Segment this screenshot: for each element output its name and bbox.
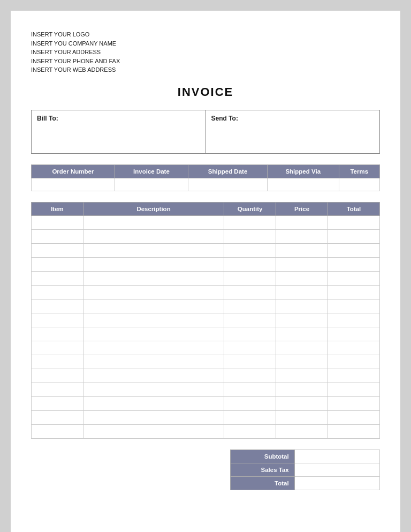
item-cell[interactable] xyxy=(32,396,83,410)
description-cell[interactable] xyxy=(83,396,224,410)
total-cell[interactable] xyxy=(328,243,380,257)
total-header: Total xyxy=(328,202,380,215)
total-row: Total xyxy=(231,476,380,490)
description-cell[interactable] xyxy=(83,383,224,396)
price-cell[interactable] xyxy=(276,243,328,257)
quantity-cell[interactable] xyxy=(224,229,276,243)
total-cell[interactable] xyxy=(328,229,380,243)
item-cell[interactable] xyxy=(32,410,83,424)
quantity-cell[interactable] xyxy=(224,327,276,341)
description-cell[interactable] xyxy=(83,369,224,383)
quantity-cell[interactable] xyxy=(224,215,276,229)
total-cell[interactable] xyxy=(328,271,380,285)
price-cell[interactable] xyxy=(276,229,328,243)
description-cell[interactable] xyxy=(83,285,224,299)
order-number-cell[interactable] xyxy=(32,178,115,191)
description-cell[interactable] xyxy=(83,271,224,285)
bill-to-box[interactable]: Bill To: xyxy=(32,110,206,153)
total-cell[interactable] xyxy=(328,215,380,229)
total-cell[interactable] xyxy=(328,396,380,410)
price-cell[interactable] xyxy=(276,299,328,313)
total-cell[interactable] xyxy=(328,383,380,396)
description-cell[interactable] xyxy=(83,327,224,341)
quantity-cell[interactable] xyxy=(224,257,276,271)
total-cell[interactable] xyxy=(328,355,380,369)
item-cell[interactable] xyxy=(32,285,83,299)
description-cell[interactable] xyxy=(83,313,224,327)
item-cell[interactable] xyxy=(32,313,83,327)
item-cell[interactable] xyxy=(32,369,83,383)
quantity-header: Quantity xyxy=(224,202,276,215)
send-to-box[interactable]: Send To: xyxy=(206,110,380,153)
item-cell[interactable] xyxy=(32,243,83,257)
quantity-cell[interactable] xyxy=(224,313,276,327)
quantity-cell[interactable] xyxy=(224,383,276,396)
item-cell[interactable] xyxy=(32,257,83,271)
total-cell[interactable] xyxy=(328,410,380,424)
item-cell[interactable] xyxy=(32,424,83,438)
price-cell[interactable] xyxy=(276,215,328,229)
item-cell[interactable] xyxy=(32,355,83,369)
quantity-cell[interactable] xyxy=(224,369,276,383)
item-cell[interactable] xyxy=(32,383,83,396)
terms-cell[interactable] xyxy=(339,178,379,191)
invoice-page: INSERT YOUR LOGO INSERT YOU COMPANY NAME… xyxy=(11,11,400,532)
item-cell[interactable] xyxy=(32,299,83,313)
shipped-via-header: Shipped Via xyxy=(267,164,339,178)
invoice-date-cell[interactable] xyxy=(115,178,188,191)
shipped-via-cell[interactable] xyxy=(267,178,339,191)
total-cell[interactable] xyxy=(328,257,380,271)
shipped-date-cell[interactable] xyxy=(188,178,268,191)
company-info: INSERT YOUR LOGO INSERT YOU COMPANY NAME… xyxy=(31,30,380,74)
quantity-cell[interactable] xyxy=(224,341,276,355)
quantity-cell[interactable] xyxy=(224,299,276,313)
item-cell[interactable] xyxy=(32,229,83,243)
total-cell[interactable] xyxy=(328,327,380,341)
description-cell[interactable] xyxy=(83,341,224,355)
price-cell[interactable] xyxy=(276,257,328,271)
item-cell[interactable] xyxy=(32,327,83,341)
quantity-cell[interactable] xyxy=(224,396,276,410)
description-cell[interactable] xyxy=(83,257,224,271)
sales-tax-label: Sales Tax xyxy=(231,463,295,476)
price-cell[interactable] xyxy=(276,369,328,383)
price-cell[interactable] xyxy=(276,285,328,299)
quantity-cell[interactable] xyxy=(224,410,276,424)
price-cell[interactable] xyxy=(276,327,328,341)
subtotal-value[interactable] xyxy=(294,449,379,463)
description-cell[interactable] xyxy=(83,299,224,313)
total-cell[interactable] xyxy=(328,313,380,327)
total-value[interactable] xyxy=(294,476,379,490)
total-cell[interactable] xyxy=(328,424,380,438)
price-cell[interactable] xyxy=(276,383,328,396)
quantity-cell[interactable] xyxy=(224,285,276,299)
description-cell[interactable] xyxy=(83,424,224,438)
quantity-cell[interactable] xyxy=(224,355,276,369)
quantity-cell[interactable] xyxy=(224,271,276,285)
company-line1: INSERT YOUR LOGO xyxy=(31,30,380,39)
quantity-cell[interactable] xyxy=(224,243,276,257)
price-cell[interactable] xyxy=(276,396,328,410)
price-cell[interactable] xyxy=(276,313,328,327)
price-cell[interactable] xyxy=(276,271,328,285)
company-line4: INSERT YOUR PHONE AND FAX xyxy=(31,57,380,66)
description-cell[interactable] xyxy=(83,215,224,229)
total-cell[interactable] xyxy=(328,341,380,355)
description-cell[interactable] xyxy=(83,355,224,369)
item-cell[interactable] xyxy=(32,271,83,285)
item-cell[interactable] xyxy=(32,341,83,355)
description-cell[interactable] xyxy=(83,229,224,243)
price-cell[interactable] xyxy=(276,355,328,369)
sales-tax-row: Sales Tax xyxy=(231,463,380,476)
price-cell[interactable] xyxy=(276,341,328,355)
total-cell[interactable] xyxy=(328,285,380,299)
price-cell[interactable] xyxy=(276,424,328,438)
price-cell[interactable] xyxy=(276,410,328,424)
total-cell[interactable] xyxy=(328,299,380,313)
description-cell[interactable] xyxy=(83,243,224,257)
description-cell[interactable] xyxy=(83,410,224,424)
quantity-cell[interactable] xyxy=(224,424,276,438)
total-cell[interactable] xyxy=(328,369,380,383)
sales-tax-value[interactable] xyxy=(294,463,379,476)
item-cell[interactable] xyxy=(32,215,83,229)
